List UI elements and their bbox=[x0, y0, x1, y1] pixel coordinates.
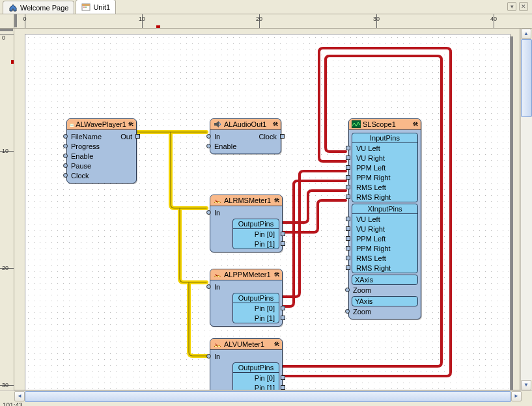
pin-rms-left[interactable]: RMS Left bbox=[355, 183, 387, 191]
node-alppmmeter1[interactable]: ALPPMMeter1 🛠 In OutputPins Pin [0] Pin … bbox=[210, 269, 283, 327]
node-alaudioout1[interactable]: ALAudioOut1 🛠 Clock In Enable bbox=[210, 118, 281, 154]
home-icon bbox=[8, 3, 18, 12]
node-header[interactable]: ALWavePlayer1 🛠 bbox=[67, 119, 136, 130]
node-header[interactable]: ALRMSMeter1 🛠 bbox=[210, 195, 282, 206]
wrench-icon[interactable]: 🛠 bbox=[413, 121, 418, 128]
pin-out-0[interactable]: Pin [0] bbox=[253, 374, 276, 382]
pin-ppm-right[interactable]: PPM Right bbox=[355, 174, 392, 182]
pin-x-vu-right[interactable]: VU Right bbox=[355, 225, 386, 233]
wave-icon bbox=[70, 120, 74, 128]
pin-out-0[interactable]: Pin [0] bbox=[253, 304, 276, 312]
panel-xinputpins: XInputPins bbox=[352, 204, 417, 214]
node-alvumeter1[interactable]: ALVUMeter1 🛠 In OutputPins Pin [0] Pin [… bbox=[210, 338, 283, 390]
tab-close-icon[interactable]: ✕ bbox=[519, 2, 528, 11]
tab-unit1-label: Unit1 bbox=[93, 3, 110, 11]
pin-out-0[interactable]: Pin [0] bbox=[253, 230, 276, 238]
meter-icon bbox=[213, 340, 222, 348]
tab-controls: ▾ ✕ bbox=[507, 2, 528, 11]
workspace: 0 10 20 30 40 0 10 20 30 bbox=[0, 14, 532, 402]
svg-rect-4 bbox=[70, 124, 74, 127]
tab-bar: Welcome Page Unit1 ▾ ✕ bbox=[0, 0, 532, 14]
node-header[interactable]: ALAudioOut1 🛠 bbox=[210, 119, 281, 130]
panel-xaxis: XAxis bbox=[352, 275, 418, 285]
scroll-thumb[interactable] bbox=[521, 39, 532, 117]
wrench-icon[interactable]: 🛠 bbox=[274, 271, 279, 278]
pin-progress[interactable]: Progress bbox=[70, 142, 101, 150]
pin-vu-right[interactable]: VU Right bbox=[355, 154, 386, 162]
pin-x-vu-left[interactable]: VU Left bbox=[355, 215, 382, 223]
wrench-icon[interactable]: 🛠 bbox=[128, 121, 133, 128]
pin-out-1[interactable]: Pin [1] bbox=[253, 314, 276, 322]
horizontal-scrollbar[interactable]: ◄ ► bbox=[0, 390, 532, 402]
node-alrmsmeter1[interactable]: ALRMSMeter1 🛠 In OutputPins Pin [0] Pin … bbox=[210, 195, 283, 252]
node-alwaveplayer1[interactable]: ALWavePlayer1 🛠 Out FileName Progress En… bbox=[66, 118, 137, 183]
ruler-corner bbox=[0, 14, 14, 29]
ruler-vertical[interactable]: 0 10 20 30 bbox=[0, 29, 14, 390]
pin-clock[interactable]: Clock bbox=[70, 172, 91, 180]
wrench-icon[interactable]: 🛠 bbox=[274, 341, 279, 347]
tab-max-icon[interactable]: ▾ bbox=[507, 2, 516, 11]
pin-x-rms-left[interactable]: RMS Left bbox=[355, 254, 387, 262]
pin-out-1[interactable]: Pin [1] bbox=[253, 384, 276, 391]
panel-inputpins: InputPins bbox=[352, 133, 417, 143]
pin-x-rms-right[interactable]: RMS Right bbox=[355, 264, 392, 272]
pin-filename[interactable]: FileName bbox=[70, 133, 103, 141]
tab-welcome-label: Welcome Page bbox=[20, 4, 68, 12]
speaker-icon bbox=[213, 120, 222, 128]
pin-in[interactable]: In bbox=[213, 283, 221, 291]
scroll-down-icon[interactable]: ▼ bbox=[521, 380, 531, 390]
ruler-horizontal[interactable]: 0 10 20 30 40 bbox=[14, 14, 520, 29]
pin-in[interactable]: In bbox=[213, 209, 221, 217]
app-root: Welcome Page Unit1 ▾ ✕ 0 10 20 30 40 bbox=[0, 0, 532, 406]
tab-welcome[interactable]: Welcome Page bbox=[3, 1, 74, 14]
node-header[interactable]: ALPPMMeter1 🛠 bbox=[210, 269, 282, 280]
pin-in[interactable]: In bbox=[213, 353, 221, 360]
pin-yzoom[interactable]: Zoom bbox=[352, 308, 372, 316]
status-bar: 101:43 bbox=[0, 402, 532, 406]
form-icon bbox=[81, 3, 91, 12]
meter-icon bbox=[213, 196, 222, 204]
wrench-icon[interactable]: 🛠 bbox=[274, 197, 279, 204]
pin-xzoom[interactable]: Zoom bbox=[352, 286, 372, 294]
pin-rms-right[interactable]: RMS Right bbox=[355, 193, 392, 201]
pin-out-1[interactable]: Pin [1] bbox=[253, 240, 276, 248]
pin-x-ppm-right[interactable]: PPM Right bbox=[355, 245, 392, 252]
svg-point-2 bbox=[83, 7, 85, 8]
pin-ppm-left[interactable]: PPM Left bbox=[355, 164, 387, 172]
wrench-icon[interactable]: 🛠 bbox=[273, 121, 278, 128]
pin-in[interactable]: In bbox=[213, 133, 221, 141]
scroll-right-icon[interactable]: ► bbox=[511, 391, 522, 401]
svg-point-3 bbox=[85, 7, 87, 8]
panel-yaxis: YAxis bbox=[352, 296, 418, 306]
scroll-left-icon[interactable]: ◄ bbox=[14, 391, 25, 401]
svg-rect-1 bbox=[82, 4, 90, 6]
node-header[interactable]: SLScope1 🛠 bbox=[349, 119, 421, 130]
scroll-thumb[interactable] bbox=[25, 391, 511, 402]
panel-outputpins: OutputPins bbox=[233, 293, 279, 303]
node-slscope1[interactable]: SLScope1 🛠 InputPins VU Left VU Right PP… bbox=[348, 118, 421, 319]
scroll-up-icon[interactable]: ▲ bbox=[521, 29, 531, 39]
panel-outputpins: OutputPins bbox=[233, 363, 279, 373]
node-header[interactable]: ALVUMeter1 🛠 bbox=[210, 339, 282, 350]
meter-icon bbox=[213, 271, 222, 278]
pin-enable[interactable]: Enable bbox=[70, 152, 94, 160]
tab-unit1[interactable]: Unit1 bbox=[76, 0, 116, 14]
pin-vu-left[interactable]: VU Left bbox=[355, 144, 382, 152]
panel-outputpins: OutputPins bbox=[233, 219, 279, 229]
vertical-scrollbar[interactable]: ▲ ▼ bbox=[520, 29, 532, 390]
design-canvas[interactable]: ALWavePlayer1 🛠 Out FileName Progress En… bbox=[14, 29, 520, 390]
pin-enable[interactable]: Enable bbox=[213, 142, 238, 150]
pin-pause[interactable]: Pause bbox=[70, 162, 92, 170]
scope-icon bbox=[352, 120, 361, 128]
pin-x-ppm-left[interactable]: PPM Left bbox=[355, 235, 387, 243]
